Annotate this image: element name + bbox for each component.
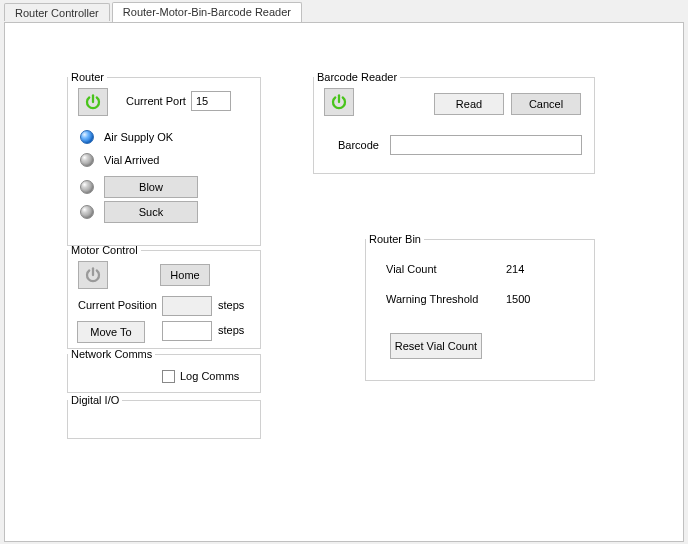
barcode-label: Barcode: [338, 139, 379, 151]
router-group: Router Current Port Air Supply OK Vial A…: [67, 71, 261, 246]
home-button[interactable]: Home: [160, 264, 210, 286]
digital-io-legend: Digital I/O: [68, 394, 122, 406]
motor-control-group: Motor Control Home Current Position step…: [67, 244, 261, 349]
barcode-power-button[interactable]: [324, 88, 354, 116]
move-to-button[interactable]: Move To: [77, 321, 145, 343]
tab-router-controller[interactable]: Router Controller: [4, 3, 110, 21]
air-supply-led: [80, 130, 94, 144]
reset-vial-count-button[interactable]: Reset Vial Count: [390, 333, 482, 359]
router-power-button[interactable]: [78, 88, 108, 116]
warning-threshold-label: Warning Threshold: [386, 293, 478, 305]
digital-io-group: Digital I/O: [67, 394, 261, 439]
current-port-label: Current Port: [126, 95, 186, 107]
barcode-input[interactable]: [390, 135, 582, 155]
suck-button[interactable]: Suck: [104, 201, 198, 223]
read-button[interactable]: Read: [434, 93, 504, 115]
network-comms-group: Network Comms Log Comms: [67, 348, 261, 393]
log-comms-checkbox[interactable]: [162, 370, 175, 383]
current-position-value: [162, 296, 212, 316]
motor-control-legend: Motor Control: [68, 244, 141, 256]
blow-led: [80, 180, 94, 194]
network-comms-legend: Network Comms: [68, 348, 155, 360]
current-position-unit: steps: [218, 299, 244, 311]
vial-count-label: Vial Count: [386, 263, 437, 275]
blow-button[interactable]: Blow: [104, 176, 198, 198]
barcode-reader-group: Barcode Reader Read Cancel Barcode: [313, 71, 595, 174]
current-position-label: Current Position: [78, 299, 157, 311]
vial-count-value: 214: [506, 263, 524, 275]
tab-panel: Router Current Port Air Supply OK Vial A…: [4, 22, 684, 542]
current-port-input[interactable]: [191, 91, 231, 111]
vial-arrived-label: Vial Arrived: [104, 154, 159, 166]
router-bin-legend: Router Bin: [366, 233, 424, 245]
suck-led: [80, 205, 94, 219]
barcode-reader-legend: Barcode Reader: [314, 71, 400, 83]
move-to-input[interactable]: [162, 321, 212, 341]
cancel-button[interactable]: Cancel: [511, 93, 581, 115]
power-icon: [84, 266, 102, 284]
power-icon: [330, 93, 348, 111]
tab-router-motor-bin-barcode[interactable]: Router-Motor-Bin-Barcode Reader: [112, 2, 302, 22]
power-icon: [84, 93, 102, 111]
air-supply-label: Air Supply OK: [104, 131, 173, 143]
warning-threshold-value: 1500: [506, 293, 530, 305]
router-legend: Router: [68, 71, 107, 83]
move-to-unit: steps: [218, 324, 244, 336]
vial-arrived-led: [80, 153, 94, 167]
motor-power-button[interactable]: [78, 261, 108, 289]
tab-strip: Router Controller Router-Motor-Bin-Barco…: [4, 2, 684, 22]
router-bin-group: Router Bin Vial Count 214 Warning Thresh…: [365, 233, 595, 381]
log-comms-label: Log Comms: [180, 370, 239, 382]
